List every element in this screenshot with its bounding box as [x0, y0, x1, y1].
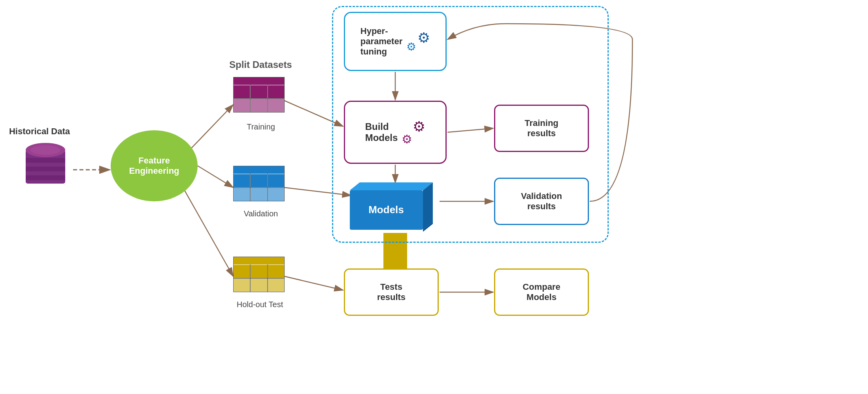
database-icon — [24, 138, 67, 189]
svg-rect-31 — [234, 99, 250, 112]
svg-line-12 — [447, 128, 493, 132]
svg-line-8 — [285, 101, 343, 126]
models-box: Models — [350, 182, 439, 235]
build-models-box: Build Models ⚙ ⚙ — [344, 101, 447, 164]
svg-rect-45 — [233, 257, 285, 265]
gear-icons-hyper: ⚙ ⚙ — [406, 30, 430, 53]
svg-text:Models: Models — [368, 204, 404, 216]
validation-dataset-icon — [233, 166, 285, 203]
svg-rect-51 — [251, 265, 267, 278]
svg-rect-28 — [234, 85, 250, 98]
tests-results-box: Tests results — [344, 268, 439, 316]
training-results-text: Training results — [525, 118, 559, 139]
validation-results-box: Validation results — [494, 178, 589, 225]
svg-rect-54 — [251, 279, 267, 292]
svg-rect-32 — [251, 99, 267, 112]
svg-marker-58 — [423, 182, 433, 230]
svg-rect-39 — [234, 174, 250, 187]
svg-rect-19 — [26, 167, 65, 171]
svg-rect-20 — [26, 175, 65, 180]
svg-rect-50 — [234, 265, 250, 278]
compare-models-box: Compare Models — [494, 268, 589, 316]
feature-engineering-node: Feature Engineering — [111, 130, 198, 201]
holdout-dataset-label: Hold-out Test — [223, 300, 296, 309]
svg-line-9 — [285, 188, 351, 195]
svg-rect-40 — [251, 174, 267, 187]
validation-dataset-label: Validation — [233, 209, 289, 218]
hyperparameter-tuning-text: Hyper- parameter tuning — [360, 26, 402, 57]
svg-line-10 — [285, 276, 343, 290]
training-dataset-label: Training — [235, 122, 287, 131]
holdout-dataset-icon — [233, 257, 285, 294]
hyperparameter-tuning-box: Hyper- parameter tuning ⚙ ⚙ — [344, 12, 447, 71]
validation-results-text: Validation results — [521, 191, 562, 212]
build-models-text: Build Models — [365, 121, 398, 143]
svg-rect-43 — [251, 188, 267, 201]
svg-line-6 — [198, 166, 233, 188]
historical-data-label: Historical Data — [8, 126, 71, 137]
svg-rect-52 — [268, 265, 284, 278]
svg-rect-44 — [268, 188, 284, 201]
svg-rect-41 — [268, 174, 284, 187]
svg-point-22 — [30, 145, 60, 155]
svg-line-7 — [182, 186, 233, 276]
tests-results-text: Tests results — [377, 282, 406, 302]
svg-rect-23 — [233, 77, 285, 85]
svg-marker-57 — [350, 182, 433, 190]
svg-rect-33 — [268, 99, 284, 112]
split-datasets-label: Split Datasets — [229, 59, 292, 70]
svg-line-5 — [186, 105, 233, 154]
compare-models-text: Compare Models — [523, 282, 560, 302]
training-results-box: Training results — [494, 105, 589, 152]
svg-rect-29 — [251, 85, 267, 98]
svg-rect-53 — [234, 279, 250, 292]
svg-rect-34 — [233, 166, 285, 174]
svg-rect-55 — [268, 279, 284, 292]
svg-rect-18 — [26, 158, 65, 163]
svg-rect-30 — [268, 85, 284, 98]
gear-icons-build: ⚙ ⚙ — [402, 118, 425, 146]
svg-rect-42 — [234, 188, 250, 201]
diagram-container: Historical Data Feature Engineering Spli… — [0, 0, 868, 394]
training-dataset-icon — [233, 77, 285, 114]
